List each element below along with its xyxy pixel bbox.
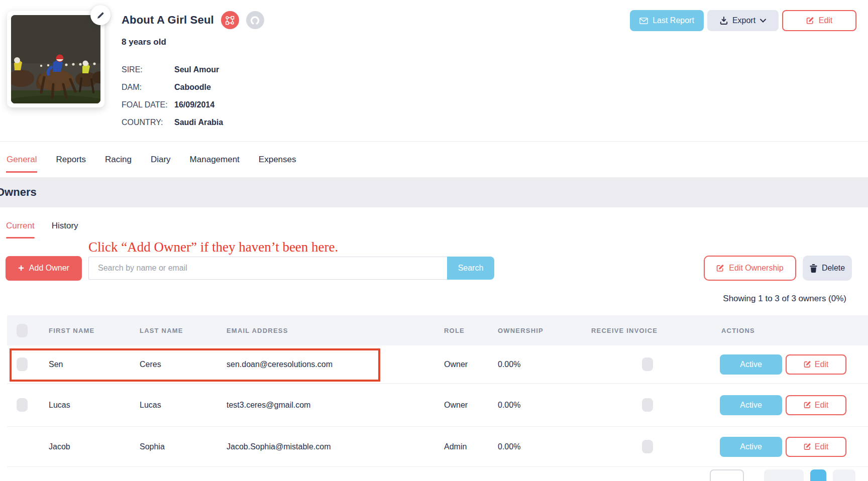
cell-role: Admin (438, 442, 491, 451)
last-report-button[interactable]: Last Report (630, 10, 704, 31)
select-all-checkbox[interactable] (17, 324, 28, 337)
tab-racing[interactable]: Racing (104, 148, 132, 172)
horse-header: About A Girl Seul 8 years old (0, 0, 868, 141)
receive-invoice-checkbox[interactable] (642, 357, 653, 371)
tab-expenses[interactable]: Expenses (258, 148, 297, 172)
pedigree-icon[interactable] (221, 11, 239, 29)
horse-details: SIRE:Seul Amour DAM:Caboodle FOAL DATE:1… (122, 61, 264, 131)
trash-icon (810, 264, 817, 273)
delete-button[interactable]: Delete (803, 256, 852, 281)
cell-email: test3.ceres@gmail.com (220, 401, 438, 410)
cell-last-name: Lucas (133, 401, 220, 410)
pagination-prev-button[interactable] (710, 469, 744, 481)
row-edit-button[interactable]: Edit (786, 354, 846, 375)
horse-profile-page: About A Girl Seul 8 years old (0, 0, 868, 481)
toolbar-right-actions: Edit Ownership Delete (704, 256, 852, 281)
column-actions: ACTIONS (715, 327, 868, 334)
cell-first-name: Sen (42, 360, 133, 369)
cell-email: Jacob.Sophia@mistable.com (220, 442, 438, 451)
header-actions: Last Report Export Edit (630, 10, 856, 31)
column-receive-invoice: RECEIVE INVOICE (585, 327, 715, 334)
table-row-jacob-sophia: Jacob Sophia Jacob.Sophia@mistable.com A… (7, 427, 868, 467)
row-checkbox[interactable] (17, 357, 28, 371)
edit-horse-button[interactable]: Edit (782, 10, 856, 31)
column-ownership: OWNERSHIP (491, 327, 585, 334)
showing-count-text: Showing 1 to 3 of 3 owners (0%) (0, 294, 868, 307)
horse-info: About A Girl Seul 8 years old (122, 11, 264, 131)
detail-value-sire: Seul Amour (174, 65, 219, 74)
edit-icon (804, 443, 811, 450)
subtab-history[interactable]: History (52, 221, 78, 243)
export-button[interactable]: Export (707, 10, 779, 31)
cell-email: sen.doan@ceresolutions.com (220, 360, 438, 369)
cell-last-name: Ceres (133, 360, 220, 369)
detail-label-country: COUNTRY: (122, 118, 174, 127)
tab-diary[interactable]: Diary (150, 148, 171, 172)
tab-reports[interactable]: Reports (55, 148, 86, 172)
main-tabbar: General Reports Racing Diary Management … (0, 141, 868, 177)
horseshoe-icon (246, 11, 264, 29)
edit-ownership-button[interactable]: Edit Ownership (704, 256, 796, 281)
download-icon (720, 17, 728, 25)
cell-last-name: Sophia (133, 442, 220, 451)
receive-invoice-checkbox[interactable] (642, 398, 653, 412)
detail-value-dam: Caboodle (174, 83, 211, 92)
cell-role: Owner (438, 401, 491, 410)
detail-label-foal-date: FOAL DATE: (122, 100, 174, 109)
pencil-icon (97, 12, 104, 19)
edit-icon (804, 360, 811, 368)
add-owner-button[interactable]: + Add Owner (6, 256, 82, 281)
cell-role: Owner (438, 360, 491, 369)
status-active-button[interactable]: Active (720, 437, 782, 457)
cell-ownership: 0.00% (491, 401, 585, 410)
owners-section-band: Owners (0, 177, 868, 207)
envelope-icon (639, 18, 648, 24)
status-active-button[interactable]: Active (720, 395, 782, 415)
table-row-lucas-lucas: Lucas Lucas test3.ceres@gmail.com Owner … (7, 384, 868, 427)
cell-ownership: 0.00% (491, 442, 585, 451)
status-active-button[interactable]: Active (720, 354, 782, 375)
owners-section-title: Owners (0, 186, 37, 199)
receive-invoice-checkbox[interactable] (642, 440, 653, 453)
detail-label-sire: SIRE: (122, 65, 174, 74)
tab-general[interactable]: General (6, 148, 37, 172)
detail-value-country: Saudi Arabia (174, 118, 223, 127)
pagination-button[interactable] (833, 469, 855, 481)
column-role: ROLE (438, 327, 491, 334)
owners-toolbar: + Add Owner Search Edit Ownership (0, 256, 868, 281)
edit-icon (804, 401, 811, 409)
owners-table-header: FIRST NAME LAST NAME EMAIL ADDRESS ROLE … (7, 315, 868, 345)
subtab-current[interactable]: Current (6, 221, 35, 243)
horse-photo-card (7, 11, 104, 107)
horse-name: About A Girl Seul (122, 14, 214, 27)
pagination-button[interactable] (764, 469, 804, 481)
column-first-name: FIRST NAME (42, 327, 133, 334)
chevron-down-icon (760, 19, 766, 23)
column-last-name: LAST NAME (133, 327, 220, 334)
owners-subtabs: Current History (0, 207, 868, 243)
owners-table: FIRST NAME LAST NAME EMAIL ADDRESS ROLE … (7, 315, 868, 467)
owner-search-group: Search (88, 257, 494, 280)
edit-icon (806, 17, 814, 25)
row-edit-button[interactable]: Edit (786, 437, 846, 457)
owner-search-input[interactable] (88, 257, 447, 280)
row-edit-button[interactable]: Edit (786, 395, 846, 415)
detail-label-dam: DAM: (122, 83, 174, 92)
row-checkbox[interactable] (17, 398, 28, 412)
cell-first-name: Lucas (42, 401, 133, 410)
tab-management[interactable]: Management (189, 148, 240, 172)
table-row-sen-ceres: Sen Ceres sen.doan@ceresolutions.com Own… (7, 345, 868, 384)
plus-icon: + (18, 263, 24, 273)
horse-age: 8 years old (122, 37, 264, 47)
search-button[interactable]: Search (447, 257, 494, 280)
pagination-current-page-button[interactable] (810, 469, 826, 481)
detail-value-foal-date: 16/09/2014 (174, 100, 214, 109)
annotation-note: Click “Add Owner” if they haven’t been h… (88, 239, 338, 255)
cell-ownership: 0.00% (491, 360, 585, 369)
column-email: EMAIL ADDRESS (220, 327, 438, 334)
edit-icon (716, 264, 724, 272)
photo-edit-button[interactable] (90, 5, 111, 25)
pagination (0, 469, 868, 481)
horse-photo (11, 15, 100, 103)
cell-first-name: Jacob (42, 442, 133, 451)
